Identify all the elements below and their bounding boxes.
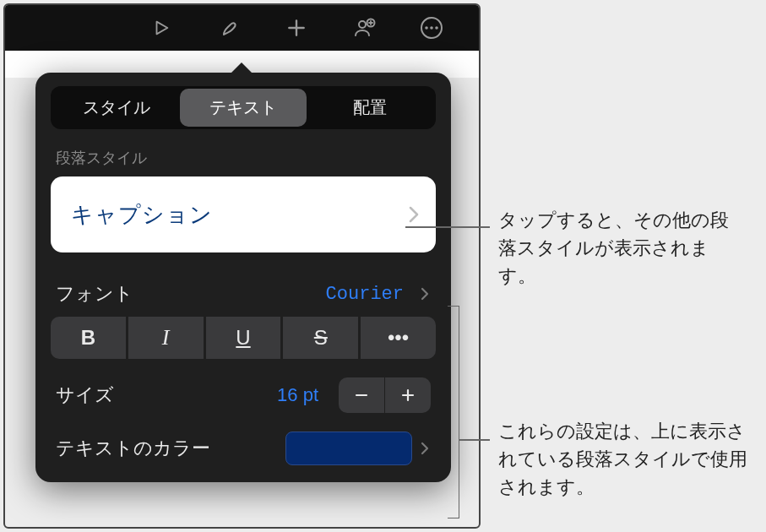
tab-style[interactable]: スタイル [53,89,180,127]
more-styles-button[interactable]: ••• [361,317,436,359]
format-popover: スタイル テキスト 配置 段落スタイル キャプション フォント Courier [35,73,451,482]
size-decrease-button[interactable] [339,377,384,413]
paragraph-style-value: キャプション [71,200,213,230]
callout-bracket [448,306,459,518]
tab-arrange[interactable]: 配置 [307,89,433,127]
text-style-buttons: B I U S ••• [51,317,436,359]
font-row[interactable]: フォント Courier [51,280,436,317]
paragraph-style-row[interactable]: キャプション [51,176,436,252]
italic-button[interactable]: I [128,317,204,359]
segmented-control: スタイル テキスト 配置 [51,86,436,129]
text-color-row[interactable]: テキストのカラー [51,430,436,467]
underline-button[interactable]: U [206,317,281,359]
size-increase-button[interactable] [385,377,431,413]
svg-point-3 [425,26,428,30]
app-frame: スタイル テキスト 配置 段落スタイル キャプション フォント Courier [3,3,481,529]
chevron-right-icon [421,287,429,301]
size-label: サイズ [56,383,114,408]
strikethrough-button[interactable]: S [283,317,358,359]
callout-leader [459,439,490,441]
svg-point-0 [359,21,366,28]
text-color-label: テキストのカラー [56,436,210,461]
bold-button[interactable]: B [51,317,126,359]
top-toolbar [5,5,479,51]
collaborate-icon[interactable] [351,15,377,41]
format-brush-icon[interactable] [216,15,242,41]
font-label: フォント [56,281,133,307]
size-stepper [339,377,431,413]
callout-settings: これらの設定は、上に表示されている段落スタイルで使用されます。 [498,417,760,501]
add-icon[interactable] [284,15,309,41]
more-icon[interactable] [419,15,444,41]
size-value: 16 pt [277,384,318,406]
chevron-right-icon [409,206,419,223]
play-icon[interactable] [149,15,174,41]
paragraph-style-label: 段落スタイル [51,148,436,168]
svg-point-5 [435,26,438,30]
svg-point-4 [430,26,433,30]
text-color-swatch[interactable] [285,432,412,465]
tab-text[interactable]: テキスト [180,89,307,127]
chevron-right-icon [421,442,429,455]
callout-paragraph-styles: タップすると、その他の段落スタイルが表示されます。 [498,206,743,290]
font-value: Courier [326,284,404,305]
callout-leader [405,226,490,228]
size-row: サイズ 16 pt [51,377,436,430]
